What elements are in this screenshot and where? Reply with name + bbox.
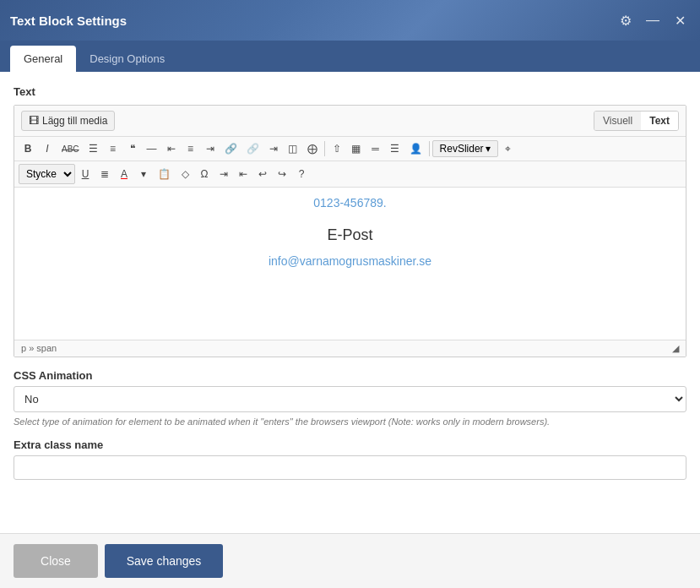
justify-button[interactable]: ≣ [95,165,114,183]
editor-status-bar: p » span ◢ [14,340,686,357]
special-chars-button[interactable]: Ω [195,165,214,183]
clear-format-button[interactable]: ◇ [176,165,194,183]
editor-top-row: 🎞 Lägg till media Visuell Text [14,106,686,137]
editor-container: 🎞 Lägg till media Visuell Text B I ABC ☰… [14,105,686,357]
indent-in-button[interactable]: ⇥ [214,165,233,183]
outdent-button[interactable]: ⇤ [234,165,252,183]
color-grid-button[interactable]: ▦ [347,139,366,158]
strikethrough-button[interactable]: ABC [57,139,84,158]
text-view-button[interactable]: Text [641,112,678,130]
title-bar-controls: ⚙ — ✕ [616,10,690,30]
toolbar-row-1: B I ABC ☰ ≡ ❝ — ⇤ ≡ ⇥ 🔗 🔗 ⇥ ◫ ⨁ ⇧ ▦ ═ ☰ … [14,137,686,161]
hr-double-button[interactable]: ═ [366,139,385,158]
close-button[interactable]: ✕ [670,10,690,30]
revslider-button[interactable]: RevSlider ▾ [432,140,498,157]
fullscreen-button[interactable]: ⌖ [499,139,518,158]
email-label-text: E-Post [23,226,677,244]
toolbar-row-2: Stycke U ≣ A ▾ 📋 ◇ Ω ⇥ ⇤ ↩ ↪ ? [14,161,686,188]
align-right-button[interactable]: ⇥ [201,139,220,158]
paste-button[interactable]: 📋 [154,165,175,183]
profile-button[interactable]: 👤 [405,139,426,158]
settings-button[interactable]: ⚙ [616,10,636,30]
save-changes-button[interactable]: Save changes [105,544,223,578]
more-button[interactable]: ⨁ [303,139,322,158]
toolbar-separator-2 [429,141,430,156]
align-left-button[interactable]: ⇤ [162,139,181,158]
css-animation-hint: Select type of animation for element to … [14,416,686,427]
editor-resize-handle[interactable]: ◢ [672,343,679,354]
align-center-button[interactable]: ≡ [182,139,200,158]
tabs-bar: General Design Options [0,41,700,72]
paragraph-style-dropdown[interactable]: Stycke [19,164,75,184]
css-animation-label: CSS Animation [14,369,686,382]
title-bar: Text Block Settings ⚙ — ✕ [0,0,700,41]
ordered-list-button[interactable]: ≡ [104,139,122,158]
blockquote-button[interactable]: ❝ [123,139,142,158]
editor-path: p » span [21,343,57,354]
visual-view-button[interactable]: Visuell [594,112,641,130]
italic-button[interactable]: I [38,139,57,158]
indent-button[interactable]: ⇥ [264,139,283,158]
link-button[interactable]: 🔗 [220,139,241,158]
unordered-list-button[interactable]: ☰ [84,139,103,158]
toolbar-separator-1 [324,141,325,156]
css-animation-section: CSS Animation No Yes Select type of anim… [14,369,686,427]
help-button[interactable]: ? [292,165,311,183]
extra-class-label: Extra class name [14,438,686,451]
css-animation-select[interactable]: No Yes [14,386,686,412]
phone-text: 0123-456789. [23,196,677,210]
font-color-button[interactable]: A [115,165,133,183]
dialog-title: Text Block Settings [10,14,127,28]
redo-button[interactable]: ↪ [273,165,291,183]
close-button-footer[interactable]: Close [14,544,98,578]
editor-body[interactable]: 0123-456789. E-Post info@varnamogrusmask… [14,188,686,340]
main-content: Text 🎞 Lägg till media Visuell Text B I … [0,72,700,580]
minimize-button[interactable]: — [643,10,663,30]
add-media-button[interactable]: 🎞 Lägg till media [21,111,115,131]
extra-class-section: Extra class name [14,438,686,480]
add-media-icon: 🎞 [29,115,39,127]
unlink-button[interactable]: 🔗 [242,139,263,158]
underline-button[interactable]: U [76,165,95,183]
bold-button[interactable]: B [19,139,37,158]
horizontal-rule-button[interactable]: — [143,139,161,158]
view-toggle: Visuell Text [594,111,679,131]
email-text: info@varnamogrusmaskiner.se [23,254,677,268]
tab-general[interactable]: General [10,46,76,72]
undo-button[interactable]: ↩ [253,165,272,183]
upload-button[interactable]: ⇧ [328,139,346,158]
table-button[interactable]: ◫ [284,139,302,158]
text-section-label: Text [14,85,686,98]
footer: Close Save changes [0,533,700,588]
hr-triple-button[interactable]: ☰ [386,139,404,158]
extra-class-input[interactable] [14,455,686,480]
tab-design-options[interactable]: Design Options [76,46,178,72]
font-color-arrow[interactable]: ▾ [134,165,153,183]
revslider-arrow: ▾ [486,143,491,155]
